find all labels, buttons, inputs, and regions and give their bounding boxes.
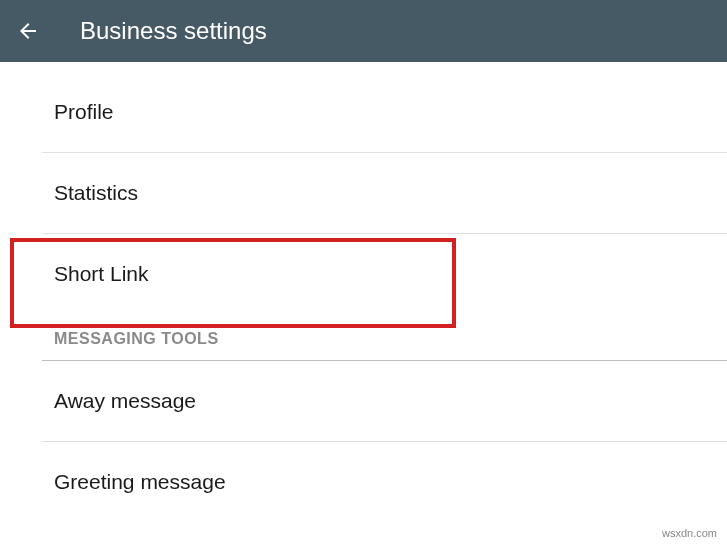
back-arrow-icon[interactable] bbox=[16, 19, 40, 43]
list-item-label: Profile bbox=[42, 72, 727, 152]
list-item-label: Away message bbox=[42, 361, 727, 441]
app-header: Business settings bbox=[0, 0, 727, 62]
page-title: Business settings bbox=[80, 17, 267, 45]
list-item-away-message[interactable]: Away message bbox=[42, 361, 727, 442]
watermark-text: wsxdn.com bbox=[662, 527, 717, 539]
list-item-short-link[interactable]: Short Link bbox=[42, 234, 727, 314]
list-item-profile[interactable]: Profile bbox=[42, 72, 727, 153]
settings-list: Profile Statistics Short Link MESSAGING … bbox=[0, 62, 727, 522]
list-item-label: Statistics bbox=[42, 153, 727, 233]
list-item-label: Short Link bbox=[42, 234, 727, 314]
list-item-statistics[interactable]: Statistics bbox=[42, 153, 727, 234]
section-header-messaging-tools: MESSAGING TOOLS bbox=[42, 314, 727, 361]
list-item-label: Greeting message bbox=[42, 442, 727, 522]
list-item-greeting-message[interactable]: Greeting message bbox=[42, 442, 727, 522]
